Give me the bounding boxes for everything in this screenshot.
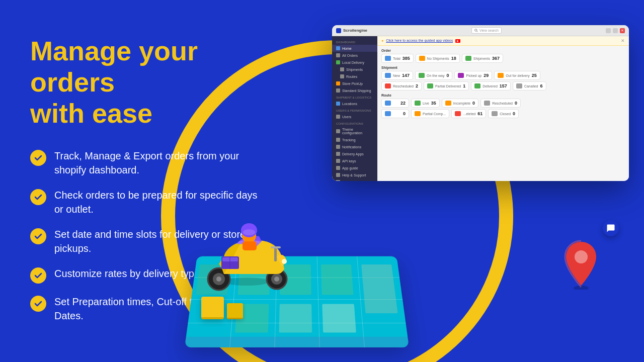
stat-card-partial-comp: Partial Comp...	[411, 109, 449, 118]
stat-card-no-shipments: No Shipments 18	[416, 54, 460, 63]
sidebar-item-routes[interactable]: Routes	[332, 73, 377, 80]
order-section-title: Order	[381, 49, 625, 52]
sidebar-item-standard-shipping[interactable]: Standard Shipping	[332, 87, 377, 94]
sidebar-item-notifications[interactable]: Notifications	[332, 143, 377, 150]
shipments-icon	[340, 67, 344, 71]
svg-rect-10	[271, 246, 281, 248]
stat-value: 6	[540, 83, 543, 88]
maximize-button[interactable]	[613, 28, 618, 33]
stat-value: 2	[416, 83, 418, 88]
stat-label: Picked up	[466, 74, 481, 77]
window-brand: Scrollengine	[336, 28, 367, 33]
close-button[interactable]: ✕	[620, 28, 625, 33]
notice-link[interactable]: Click here to access the guided app vide…	[386, 39, 453, 42]
brand-name: Scrollengine	[343, 28, 367, 33]
sidebar-item-shipments[interactable]: Shipments	[332, 66, 377, 73]
stat-icon	[385, 73, 391, 78]
window-search[interactable]: View search	[471, 27, 502, 34]
box-large	[201, 297, 224, 319]
sidebar-item-api-keys[interactable]: API keys	[332, 157, 377, 164]
stat-card-route-1: 22	[381, 99, 409, 108]
svg-point-8	[274, 277, 279, 282]
notice-content: ● Click here to access the guided app vi…	[381, 39, 460, 43]
right-panel: Scrollengine View search ✕ Dashboard Hom…	[307, 25, 629, 337]
sidebar-item-local-delivery[interactable]: Local Delivery	[332, 59, 377, 66]
stat-value: 18	[451, 56, 456, 61]
stat-card-route-closed: Closed 0	[488, 109, 519, 118]
sidebar-item-users[interactable]: Users	[332, 113, 377, 120]
stat-value: 0	[515, 101, 517, 106]
check-icon	[30, 189, 46, 205]
check-icon	[30, 267, 46, 284]
stat-icon	[465, 56, 471, 61]
shipment-section-title: Shipment	[381, 66, 625, 69]
stat-card-out-delivery: Out for delivery 25	[494, 71, 540, 80]
sidebar-item-tracking[interactable]: Tracking	[332, 136, 377, 143]
billing-icon	[336, 180, 340, 181]
stat-card-shipments: Shipments 367	[462, 54, 503, 63]
shipment-stats-row: New 147 On the way 0 Picked up	[381, 71, 625, 80]
brand-logo	[336, 28, 341, 33]
shipment-section: Shipment New 147 On the way 0	[381, 66, 625, 90]
route-stats-row-2: 0 Partial Comp... ...eleted 61	[381, 109, 625, 118]
stat-icon	[385, 111, 391, 116]
orders-icon	[336, 53, 340, 57]
stat-icon	[385, 83, 391, 88]
stat-icon	[385, 56, 391, 61]
stat-value: 0	[472, 101, 475, 106]
main-content: ● Click here to access the guided app vi…	[377, 36, 629, 181]
stat-icon	[419, 56, 425, 61]
notifications-icon	[336, 145, 340, 149]
sidebar-section-label: Configurations	[332, 120, 377, 126]
shipping-icon	[336, 88, 340, 93]
locations-icon	[336, 102, 340, 106]
svg-line-1	[477, 31, 478, 32]
youtube-icon: ▶	[455, 39, 460, 43]
svg-point-2	[224, 278, 269, 286]
stat-card-rescheduled: Rescheduled 2	[381, 81, 422, 90]
sidebar-section-label: Dashboard	[332, 39, 377, 45]
dashboard-window: Scrollengine View search ✕ Dashboard Hom…	[332, 25, 629, 181]
stat-label: Rescheduled	[492, 102, 513, 105]
notice-bar: ● Click here to access the guided app vi…	[377, 36, 629, 46]
stat-card-canalled: Canalled 6	[513, 81, 546, 90]
stat-card-on-the-way: On the way 0	[415, 71, 452, 80]
stat-icon	[427, 83, 433, 88]
stat-icon	[474, 83, 480, 88]
window-controls: ✕	[606, 28, 625, 33]
title-line2: with ease	[30, 98, 152, 128]
stat-label: On the way	[427, 74, 444, 77]
stat-label: Shipments	[473, 57, 490, 60]
sidebar-item-home[interactable]: Home	[332, 45, 377, 52]
minimize-button[interactable]	[606, 28, 611, 33]
map-overlay	[185, 337, 409, 347]
tracking-icon	[336, 138, 340, 142]
stat-label: Incomplete	[453, 102, 470, 105]
notice-close-button[interactable]: ✕	[621, 38, 625, 43]
stat-label: No Shipments	[427, 57, 449, 60]
delivery-apps-icon	[336, 152, 340, 156]
route-section: Route 22 Live 35	[381, 94, 625, 118]
pickup-icon	[336, 81, 340, 85]
sidebar-item-delivery-apps[interactable]: Delivery Apps	[332, 150, 377, 157]
svg-rect-9	[274, 246, 277, 261]
stat-value: 0	[513, 111, 515, 116]
sidebar-item-app-guide[interactable]: App guide	[332, 164, 377, 171]
sidebar-item-locations[interactable]: Locations	[332, 100, 377, 107]
scooter-container	[176, 196, 317, 297]
order-stats-row: Total 385 No Shipments 18 Shipments	[381, 54, 625, 63]
search-placeholder: View search	[479, 29, 499, 32]
sidebar-item-theme[interactable]: Theme configuration	[332, 126, 377, 136]
sidebar-item-all-orders[interactable]: All Orders	[332, 52, 377, 59]
stat-icon	[498, 73, 504, 78]
stat-value: 35	[431, 101, 436, 106]
chat-bubble-button[interactable]	[603, 220, 619, 236]
sidebar: Dashboard Home All Orders Local Delivery…	[332, 36, 377, 181]
svg-point-0	[475, 29, 477, 31]
sidebar-item-billing[interactable]: Billing & Plans	[332, 178, 377, 181]
sidebar-item-help[interactable]: Help & Support	[332, 171, 377, 178]
api-icon	[336, 159, 340, 163]
stat-value: 22	[400, 101, 406, 106]
stat-card-picked-up: Picked up 29	[454, 71, 492, 80]
sidebar-item-store-pickup[interactable]: Store PickUp	[332, 80, 377, 87]
